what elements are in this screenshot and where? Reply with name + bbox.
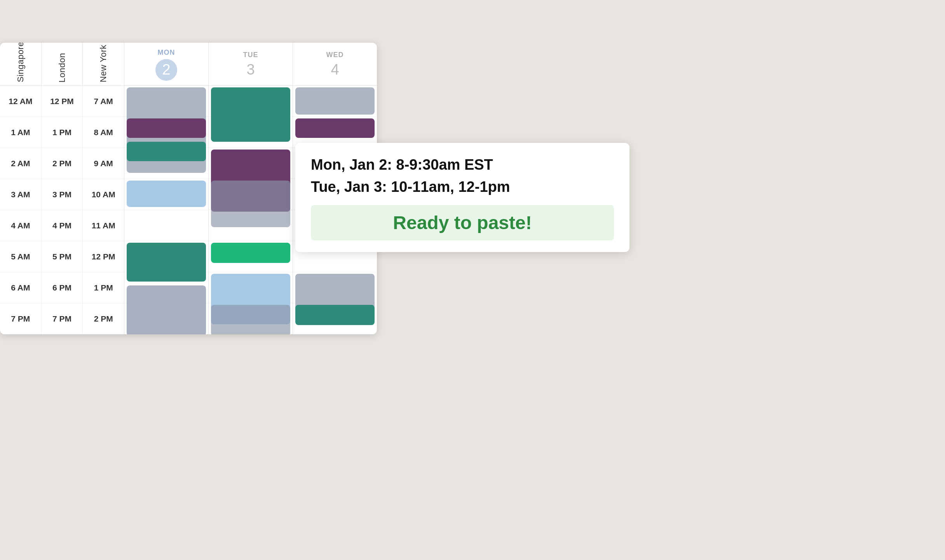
mon-row-4 (124, 210, 208, 241)
tooltip-panel: Mon, Jan 2: 8-9:30am EST Tue, Jan 3: 10-… (295, 143, 629, 252)
lon-time-7: 7 PM (42, 303, 83, 334)
lon-time-6: 6 PM (42, 272, 83, 303)
ready-text: Ready to paste! (393, 212, 532, 233)
day-header-wed[interactable]: WED 4 (293, 43, 377, 85)
day-number-mon: 2 (155, 59, 177, 81)
timezone-label-singapore: Singapore (16, 43, 26, 82)
lon-time-3: 3 PM (42, 179, 83, 210)
day-header-mon[interactable]: MON 2 (124, 43, 209, 85)
day-name-tue: TUE (243, 51, 258, 59)
day-name-wed: WED (326, 51, 344, 59)
lon-time-1: 1 PM (42, 117, 83, 148)
timezone-body: 12 AM 1 AM 2 AM 3 AM 4 AM 5 AM 6 AM 7 PM… (0, 86, 124, 334)
lon-time-0: 12 PM (42, 86, 83, 117)
mon-event-purple[interactable] (127, 118, 206, 138)
tz-header-london: London (42, 43, 83, 85)
tue-event-teal-top[interactable] (211, 87, 290, 142)
sg-time-7: 7 PM (0, 303, 41, 334)
calendar-header: Singapore London New York MON 2 TUE 3 WE… (0, 43, 377, 86)
ny-time-3: 10 AM (83, 179, 124, 210)
ny-time-col: 7 AM 8 AM 9 AM 10 AM 11 AM 12 PM 1 PM 2 … (83, 86, 124, 334)
day-number-wed: 4 (331, 61, 339, 78)
tz-header-singapore: Singapore (0, 43, 42, 85)
day-name-mon: MON (158, 49, 175, 57)
ready-banner: Ready to paste! (311, 205, 614, 240)
wed-event-teal[interactable] (295, 305, 375, 325)
tz-header-newyork: New York (83, 43, 124, 85)
lon-time-col: 12 PM 1 PM 2 PM 3 PM 4 PM 5 PM 6 PM 7 PM (42, 86, 83, 334)
tue-event-grey-2[interactable] (211, 305, 290, 334)
ny-time-0: 7 AM (83, 86, 124, 117)
mon-event-lightblue[interactable] (127, 181, 206, 207)
sg-time-2: 2 AM (0, 148, 41, 179)
ny-time-2: 9 AM (83, 148, 124, 179)
ny-time-5: 12 PM (83, 241, 124, 272)
ny-time-7: 2 PM (83, 303, 124, 334)
sg-time-6: 6 AM (0, 272, 41, 303)
tue-event-grey[interactable] (211, 181, 290, 227)
sg-time-3: 3 AM (0, 179, 41, 210)
sg-time-4: 4 AM (0, 210, 41, 241)
day-number-tue: 3 (246, 61, 255, 78)
tooltip-line2: Tue, Jan 3: 10-11am, 12-1pm (311, 177, 614, 197)
timezone-label-london: London (57, 53, 67, 82)
wed-event-purple[interactable] (295, 118, 375, 138)
wed-event-grey-top[interactable] (295, 87, 375, 115)
ny-time-1: 8 AM (83, 117, 124, 148)
ny-time-6: 1 PM (83, 272, 124, 303)
sg-time-1: 1 AM (0, 117, 41, 148)
mon-event-slate[interactable] (127, 285, 206, 334)
timezone-header: Singapore London New York (0, 43, 124, 85)
ny-time-4: 11 AM (83, 210, 124, 241)
mon-events-col (124, 86, 209, 334)
lon-time-4: 4 PM (42, 210, 83, 241)
tooltip-line1: Mon, Jan 2: 8-9:30am EST (311, 155, 614, 175)
sg-time-col: 12 AM 1 AM 2 AM 3 AM 4 AM 5 AM 6 AM 7 PM (0, 86, 42, 334)
day-header-tue[interactable]: TUE 3 (209, 43, 293, 85)
mon-event-teal-1[interactable] (127, 142, 206, 161)
lon-time-5: 5 PM (42, 241, 83, 272)
lon-time-2: 2 PM (42, 148, 83, 179)
mon-event-teal-2[interactable] (127, 243, 206, 282)
tue-events-col (209, 86, 293, 334)
sg-time-0: 12 AM (0, 86, 41, 117)
sg-time-5: 5 AM (0, 241, 41, 272)
timezone-label-newyork: New York (98, 45, 108, 82)
tue-event-bright-teal[interactable] (211, 243, 290, 263)
